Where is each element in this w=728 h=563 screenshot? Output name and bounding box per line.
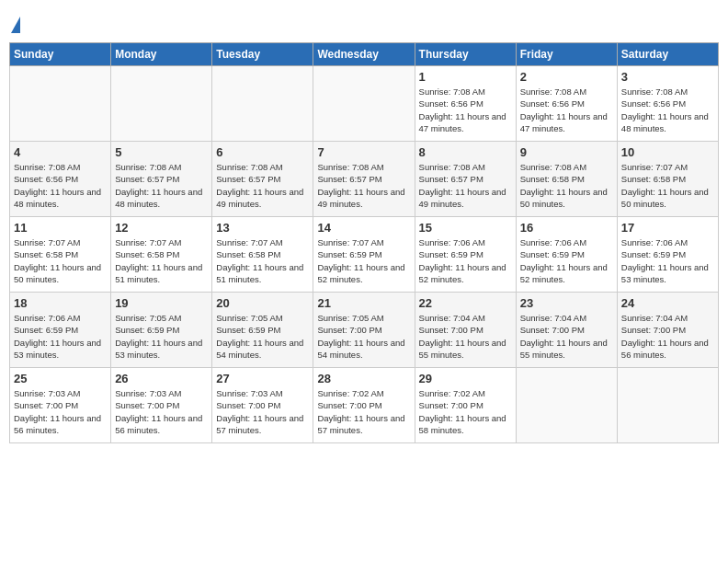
day-cell: 17Sunrise: 7:06 AM Sunset: 6:59 PM Dayli… [617, 217, 718, 293]
day-cell: 2Sunrise: 7:08 AM Sunset: 6:56 PM Daylig… [516, 66, 617, 142]
day-info: Sunrise: 7:06 AM Sunset: 6:59 PM Dayligh… [14, 312, 107, 361]
week-row-5: 25Sunrise: 7:03 AM Sunset: 7:00 PM Dayli… [10, 368, 719, 443]
day-number: 20 [216, 296, 309, 310]
day-info: Sunrise: 7:03 AM Sunset: 7:00 PM Dayligh… [115, 387, 208, 436]
day-cell: 19Sunrise: 7:05 AM Sunset: 6:59 PM Dayli… [111, 293, 212, 368]
day-number: 2 [520, 70, 613, 84]
day-info: Sunrise: 7:08 AM Sunset: 6:58 PM Dayligh… [520, 161, 613, 210]
day-info: Sunrise: 7:08 AM Sunset: 6:56 PM Dayligh… [419, 86, 512, 134]
day-number: 9 [520, 145, 613, 159]
day-info: Sunrise: 7:08 AM Sunset: 6:56 PM Dayligh… [621, 86, 714, 134]
day-info: Sunrise: 7:04 AM Sunset: 7:00 PM Dayligh… [419, 312, 512, 361]
day-number: 12 [115, 221, 208, 235]
day-info: Sunrise: 7:08 AM Sunset: 6:56 PM Dayligh… [14, 161, 107, 210]
day-number: 1 [419, 70, 512, 84]
day-cell: 26Sunrise: 7:03 AM Sunset: 7:00 PM Dayli… [111, 368, 212, 443]
day-info: Sunrise: 7:08 AM Sunset: 6:56 PM Dayligh… [520, 86, 613, 134]
day-cell: 28Sunrise: 7:02 AM Sunset: 7:00 PM Dayli… [313, 368, 415, 443]
day-cell: 22Sunrise: 7:04 AM Sunset: 7:00 PM Dayli… [415, 293, 516, 368]
day-cell: 9Sunrise: 7:08 AM Sunset: 6:58 PM Daylig… [516, 142, 617, 217]
logo [9, 15, 20, 35]
day-cell: 8Sunrise: 7:08 AM Sunset: 6:57 PM Daylig… [415, 142, 516, 217]
day-number: 5 [115, 145, 208, 159]
day-info: Sunrise: 7:06 AM Sunset: 6:59 PM Dayligh… [419, 236, 512, 285]
day-cell: 4Sunrise: 7:08 AM Sunset: 6:56 PM Daylig… [10, 142, 111, 217]
day-info: Sunrise: 7:08 AM Sunset: 6:57 PM Dayligh… [216, 161, 309, 210]
day-info: Sunrise: 7:07 AM Sunset: 6:58 PM Dayligh… [621, 161, 714, 210]
day-cell: 14Sunrise: 7:07 AM Sunset: 6:59 PM Dayli… [313, 217, 415, 293]
day-info: Sunrise: 7:02 AM Sunset: 7:00 PM Dayligh… [317, 387, 410, 436]
week-row-3: 11Sunrise: 7:07 AM Sunset: 6:58 PM Dayli… [10, 217, 719, 293]
day-number: 29 [419, 372, 512, 385]
day-cell [212, 66, 313, 142]
day-info: Sunrise: 7:08 AM Sunset: 6:57 PM Dayligh… [317, 161, 410, 210]
page-header [9, 9, 719, 35]
day-number: 25 [14, 372, 107, 385]
day-info: Sunrise: 7:03 AM Sunset: 7:00 PM Dayligh… [14, 387, 107, 436]
day-info: Sunrise: 7:08 AM Sunset: 6:57 PM Dayligh… [419, 161, 512, 210]
day-number: 4 [14, 145, 107, 159]
day-number: 16 [520, 221, 613, 235]
day-info: Sunrise: 7:04 AM Sunset: 7:00 PM Dayligh… [520, 312, 613, 361]
day-cell: 16Sunrise: 7:06 AM Sunset: 6:59 PM Dayli… [516, 217, 617, 293]
day-number: 3 [621, 70, 714, 84]
day-number: 7 [317, 145, 410, 159]
calendar-table: SundayMondayTuesdayWednesdayThursdayFrid… [9, 42, 719, 443]
day-number: 18 [14, 296, 107, 310]
day-cell: 29Sunrise: 7:02 AM Sunset: 7:00 PM Dayli… [415, 368, 516, 443]
day-cell [313, 66, 415, 142]
day-number: 22 [419, 296, 512, 310]
logo-text [9, 15, 20, 35]
day-cell: 7Sunrise: 7:08 AM Sunset: 6:57 PM Daylig… [313, 142, 415, 217]
day-cell: 1Sunrise: 7:08 AM Sunset: 6:56 PM Daylig… [415, 66, 516, 142]
day-info: Sunrise: 7:07 AM Sunset: 6:58 PM Dayligh… [216, 236, 309, 285]
day-cell: 20Sunrise: 7:05 AM Sunset: 6:59 PM Dayli… [212, 293, 313, 368]
day-number: 10 [621, 145, 714, 159]
day-number: 19 [115, 296, 208, 310]
day-number: 8 [419, 145, 512, 159]
logo-triangle-icon [11, 17, 20, 33]
day-info: Sunrise: 7:03 AM Sunset: 7:00 PM Dayligh… [216, 387, 309, 436]
header-thursday: Thursday [415, 43, 516, 66]
day-cell: 3Sunrise: 7:08 AM Sunset: 6:56 PM Daylig… [617, 66, 718, 142]
week-row-2: 4Sunrise: 7:08 AM Sunset: 6:56 PM Daylig… [10, 142, 719, 217]
day-number: 23 [520, 296, 613, 310]
day-number: 24 [621, 296, 714, 310]
header-saturday: Saturday [617, 43, 718, 66]
day-number: 13 [216, 221, 309, 235]
header-friday: Friday [516, 43, 617, 66]
day-number: 6 [216, 145, 309, 159]
day-number: 27 [216, 372, 309, 385]
day-cell [111, 66, 212, 142]
day-info: Sunrise: 7:08 AM Sunset: 6:57 PM Dayligh… [115, 161, 208, 210]
day-number: 15 [419, 221, 512, 235]
day-cell: 18Sunrise: 7:06 AM Sunset: 6:59 PM Dayli… [10, 293, 111, 368]
day-cell: 13Sunrise: 7:07 AM Sunset: 6:58 PM Dayli… [212, 217, 313, 293]
day-cell: 21Sunrise: 7:05 AM Sunset: 7:00 PM Dayli… [313, 293, 415, 368]
day-number: 11 [14, 221, 107, 235]
week-row-1: 1Sunrise: 7:08 AM Sunset: 6:56 PM Daylig… [10, 66, 719, 142]
day-number: 26 [115, 372, 208, 385]
day-info: Sunrise: 7:02 AM Sunset: 7:00 PM Dayligh… [419, 387, 512, 436]
day-info: Sunrise: 7:06 AM Sunset: 6:59 PM Dayligh… [621, 236, 714, 285]
day-cell [10, 66, 111, 142]
day-cell: 15Sunrise: 7:06 AM Sunset: 6:59 PM Dayli… [415, 217, 516, 293]
day-cell: 27Sunrise: 7:03 AM Sunset: 7:00 PM Dayli… [212, 368, 313, 443]
day-info: Sunrise: 7:04 AM Sunset: 7:00 PM Dayligh… [621, 312, 714, 361]
day-number: 14 [317, 221, 410, 235]
header-sunday: Sunday [10, 43, 111, 66]
day-info: Sunrise: 7:05 AM Sunset: 6:59 PM Dayligh… [216, 312, 309, 361]
day-info: Sunrise: 7:07 AM Sunset: 6:58 PM Dayligh… [14, 236, 107, 285]
day-cell [516, 368, 617, 443]
day-info: Sunrise: 7:05 AM Sunset: 6:59 PM Dayligh… [115, 312, 208, 361]
day-cell: 25Sunrise: 7:03 AM Sunset: 7:00 PM Dayli… [10, 368, 111, 443]
day-cell [617, 368, 718, 443]
day-cell: 6Sunrise: 7:08 AM Sunset: 6:57 PM Daylig… [212, 142, 313, 217]
header-wednesday: Wednesday [313, 43, 415, 66]
day-cell: 12Sunrise: 7:07 AM Sunset: 6:58 PM Dayli… [111, 217, 212, 293]
day-number: 17 [621, 221, 714, 235]
day-number: 21 [317, 296, 410, 310]
day-info: Sunrise: 7:07 AM Sunset: 6:59 PM Dayligh… [317, 236, 410, 285]
calendar-header-row: SundayMondayTuesdayWednesdayThursdayFrid… [10, 43, 719, 66]
day-cell: 11Sunrise: 7:07 AM Sunset: 6:58 PM Dayli… [10, 217, 111, 293]
